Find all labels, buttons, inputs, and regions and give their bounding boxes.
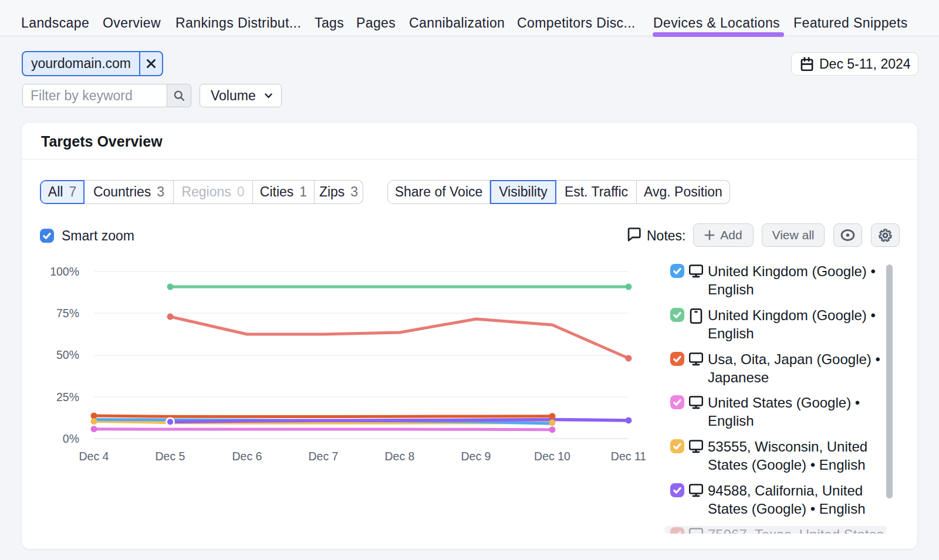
svg-text:100%: 100%: [50, 265, 79, 278]
svg-text:0%: 0%: [63, 432, 79, 445]
svg-text:Dec 6: Dec 6: [232, 450, 262, 463]
svg-text:50%: 50%: [56, 348, 79, 361]
svg-text:Dec 5: Dec 5: [156, 450, 185, 463]
svg-text:Dec 11: Dec 11: [611, 450, 646, 463]
svg-text:Dec 4: Dec 4: [79, 450, 109, 463]
svg-text:Dec 7: Dec 7: [309, 450, 339, 463]
svg-text:75%: 75%: [56, 307, 79, 320]
svg-text:25%: 25%: [56, 391, 79, 403]
svg-text:Dec 9: Dec 9: [461, 450, 491, 463]
svg-text:Dec 8: Dec 8: [385, 450, 415, 463]
svg-text:Dec 10: Dec 10: [534, 450, 570, 463]
